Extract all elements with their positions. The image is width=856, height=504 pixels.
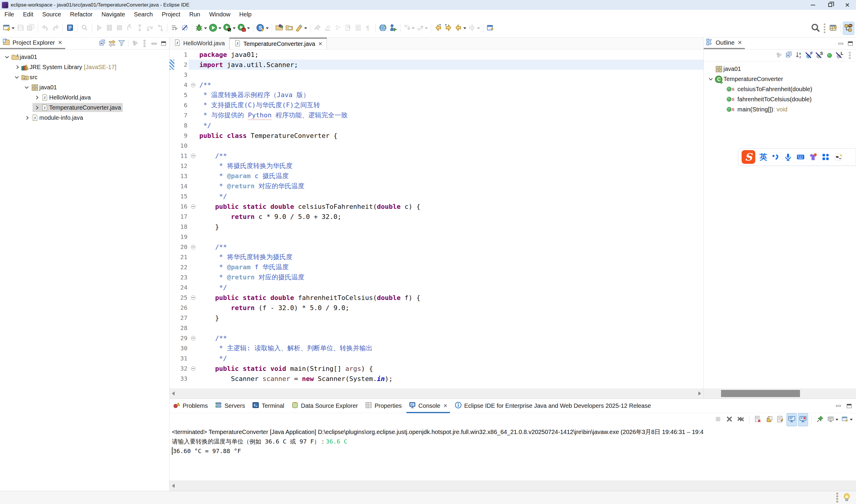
console-display-selected-console-button[interactable] — [826, 413, 839, 426]
chevron-down-icon[interactable] — [13, 76, 21, 78]
collapse-all-button[interactable] — [785, 52, 793, 59]
toolbar-back-button[interactable] — [453, 22, 467, 35]
ime-apps-icon[interactable] — [821, 153, 830, 161]
lightbulb-notification-icon[interactable] — [842, 493, 851, 503]
minimize-view-button[interactable] — [150, 40, 158, 47]
toolbar-new-window-wizard-button[interactable] — [485, 22, 496, 35]
code-line-15[interactable]: 15 */ — [170, 191, 703, 201]
bottom-tab-eclipse-ide-for-enterprise-java-and-web-[interactable]: Eclipse IDE for Enterprise Java and Web … — [451, 399, 655, 413]
focus-button[interactable] — [131, 40, 139, 47]
ime-punctuation-icon[interactable] — [771, 153, 780, 161]
console-hscrollbar[interactable] — [170, 481, 856, 491]
toolbar-run-button[interactable] — [208, 22, 222, 35]
code-line-11[interactable]: 11 /** — [170, 151, 703, 161]
code-line-6[interactable]: 6 * 支持摄氏度(C)与华氏度(F)之间互转 — [170, 100, 703, 110]
explorer-item-src[interactable]: src — [0, 72, 169, 82]
bottom-tab-problems[interactable]: Problems — [170, 399, 211, 413]
perspective-javaee-button[interactable] — [843, 22, 854, 35]
scroll-left-arrow[interactable] — [172, 484, 175, 488]
fold-collapse-icon[interactable] — [189, 295, 198, 300]
keyboard-icon[interactable] — [797, 153, 805, 161]
scroll-left-arrow[interactable] — [172, 391, 175, 396]
toolbar-skip-breakpoints-button[interactable] — [180, 22, 190, 35]
hide-fields-button[interactable]: F — [805, 52, 813, 59]
code-line-19[interactable]: 19 — [170, 232, 703, 242]
close-tab-icon[interactable]: ✕ — [318, 41, 322, 47]
console-word-wrap-button[interactable] — [775, 413, 785, 426]
chevron-down-icon[interactable] — [707, 78, 714, 80]
code-line-20[interactable]: 20 /** — [170, 242, 703, 252]
profile-dropdown-arrow[interactable] — [247, 28, 250, 29]
new-wizard-dropdown-arrow[interactable] — [12, 28, 15, 29]
menu-window[interactable]: Window — [205, 10, 235, 19]
forward-dropdown-arrow[interactable] — [477, 28, 480, 29]
toolbar-import-projects-button[interactable] — [274, 22, 284, 35]
hide-non-public-button[interactable] — [826, 52, 833, 59]
menu-search[interactable]: Search — [130, 10, 157, 19]
mark-occurrences-dropdown-arrow[interactable] — [304, 28, 307, 29]
code-line-33[interactable]: 33 Scanner scanner = new Scanner(System.… — [170, 374, 703, 384]
console-output[interactable]: <terminated> TemperatureConverter [Java … — [170, 426, 856, 491]
ime-skin-icon[interactable] — [809, 153, 817, 161]
chevron-right-icon[interactable] — [33, 96, 40, 99]
console-remove-all-launches-button[interactable] — [736, 413, 746, 426]
console-remove-launch-button[interactable] — [724, 413, 734, 426]
maximize-view-button[interactable] — [160, 40, 167, 47]
explorer-item-java01[interactable]: java01 — [0, 82, 169, 92]
bottom-tab-console[interactable]: Console✕ — [405, 399, 451, 413]
outline-item-fahrenheittocelsius-double-[interactable]: SfahrenheitToCelsius(double) — [704, 94, 856, 104]
code-line-8[interactable]: 8 */ — [170, 120, 703, 130]
tab-outline[interactable]: Outline ✕ — [704, 37, 745, 49]
debug-dropdown-arrow[interactable] — [204, 28, 207, 29]
back-dropdown-arrow[interactable] — [463, 28, 466, 29]
view-menu-button[interactable] — [846, 52, 854, 59]
close-view-icon[interactable]: ✕ — [58, 39, 62, 46]
run-dropdown-arrow[interactable] — [218, 28, 221, 29]
menu-file[interactable]: File — [0, 10, 18, 19]
menu-navigate[interactable]: Navigate — [97, 10, 130, 19]
close-view-icon[interactable]: ✕ — [737, 39, 742, 46]
code-line-17[interactable]: 17 return c * 9.0 / 5.0 + 32.0; — [170, 212, 703, 222]
code-line-28[interactable]: 28 — [170, 323, 703, 333]
code-line-7[interactable]: 7 * 与你提供的 Python 程序功能、逻辑完全一致 — [170, 110, 703, 120]
next-annotation-dropdown-arrow[interactable] — [412, 28, 415, 29]
menu-help[interactable]: Help — [235, 10, 256, 19]
code-line-14[interactable]: 14 * @return 对应的华氏温度 — [170, 181, 703, 191]
chevron-right-icon[interactable] — [13, 66, 21, 69]
scroll-right-arrow[interactable] — [698, 391, 701, 396]
sort-button[interactable]: az — [795, 52, 803, 59]
minimize-view-button[interactable] — [837, 40, 845, 47]
open-perspective-button[interactable] — [828, 22, 838, 35]
explorer-item-java01[interactable]: Jjava01 — [0, 52, 169, 62]
fold-collapse-icon[interactable] — [189, 83, 198, 87]
code-line-16[interactable]: 16 public static double celsiusToFahrenh… — [170, 201, 703, 212]
search-toolbar-button[interactable] — [810, 22, 821, 35]
console-pin-console-button[interactable] — [815, 413, 825, 426]
hide-local-types-button[interactable]: L — [836, 52, 843, 59]
ime-mascot-icon[interactable] — [834, 152, 843, 161]
scrollbar-thumb[interactable] — [721, 390, 800, 397]
code-line-12[interactable]: 12 * 将摄氏度转换为华氏度 — [170, 161, 703, 171]
toolbar-launch-tool-button[interactable] — [388, 22, 398, 35]
prev-annotation-dropdown-arrow[interactable] — [425, 28, 428, 29]
focus-button[interactable] — [775, 52, 783, 59]
console-show-on-stdout-button[interactable] — [787, 413, 797, 426]
console-scroll-lock-button[interactable] — [764, 413, 774, 426]
menu-project[interactable]: Project — [157, 10, 185, 19]
bottom-tab-data-source-explorer[interactable]: Data Source Explorer — [288, 399, 361, 413]
fold-collapse-icon[interactable] — [189, 245, 198, 249]
code-line-2[interactable]: 2import java.util.Scanner; — [170, 59, 703, 70]
toolbar-server-wizard-button[interactable]: S — [255, 22, 270, 35]
chevron-right-icon[interactable] — [33, 106, 40, 109]
toolbar-open-task-button[interactable] — [65, 22, 75, 35]
server-wizard-dropdown-arrow[interactable] — [266, 28, 269, 29]
minimize-button[interactable] — [804, 0, 821, 10]
fold-collapse-icon[interactable] — [189, 204, 198, 209]
display-selected-console-dropdown-arrow[interactable] — [835, 419, 838, 420]
code-line-22[interactable]: 22 * @param f 华氏温度 — [170, 262, 703, 272]
code-line-23[interactable]: 23 * @return 对应的摄氏温度 — [170, 272, 703, 282]
explorer-item-module-info-java[interactable]: Jmodule-info.java — [0, 113, 169, 123]
toolbar-new-wizard-button[interactable] — [2, 22, 16, 35]
explorer-item-temperatureconverter-java[interactable]: JTemperatureConverter.java — [0, 103, 169, 113]
menu-source[interactable]: Source — [38, 10, 66, 19]
